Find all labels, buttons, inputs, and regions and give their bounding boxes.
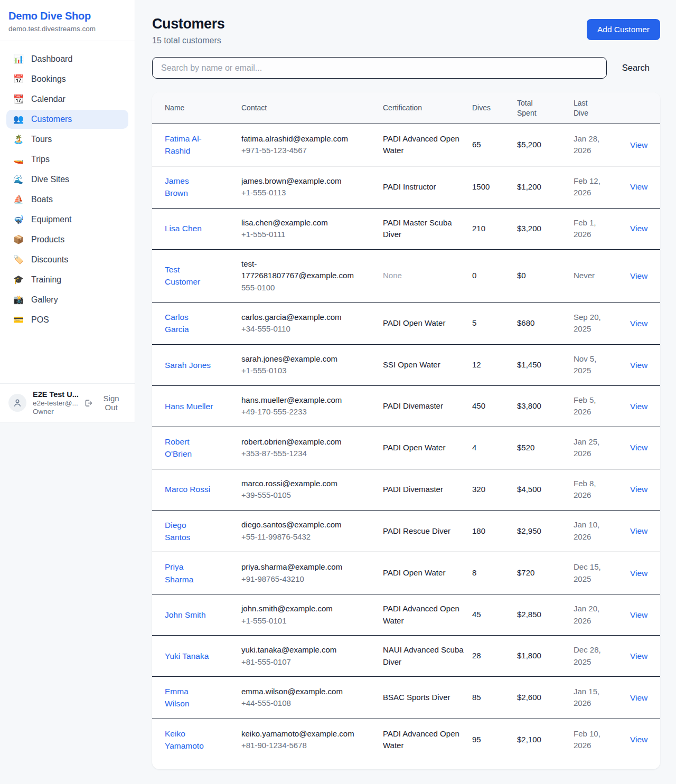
contact-cell: robert.obrien@example.com +353-87-555-12… xyxy=(241,436,362,460)
view-link[interactable]: View xyxy=(623,693,647,702)
add-customer-button[interactable]: Add Customer xyxy=(587,19,660,40)
view-link[interactable]: View xyxy=(623,735,647,744)
dives-count: 320 xyxy=(472,484,517,496)
customer-name-link[interactable]: Diego Santos xyxy=(165,519,213,544)
sidebar: Demo Dive Shop demo.test.divestreams.com… xyxy=(0,0,135,422)
customer-email: marco.rossi@example.com xyxy=(241,478,355,490)
customer-name-link[interactable]: John Smith xyxy=(165,609,206,621)
contact-cell: fatima.alrashid@example.com +971-55-123-… xyxy=(241,133,362,157)
customer-name-link[interactable]: Sarah Jones xyxy=(165,359,211,371)
table-row: Keiko Yamamoto keiko.yamamoto@example.co… xyxy=(152,719,660,761)
table-row: Lisa Chen lisa.chen@example.com +1-555-0… xyxy=(152,208,660,249)
customer-email: diego.santos@example.com xyxy=(241,519,355,531)
last-dive-date: Jan 28, 2026 xyxy=(574,133,612,157)
view-link[interactable]: View xyxy=(623,443,647,452)
tear-off-calendar-icon: 📆 xyxy=(13,95,24,103)
sidebar-item-bookings[interactable]: 📅 Bookings xyxy=(6,70,128,89)
view-link[interactable]: View xyxy=(623,361,647,370)
customer-name-link[interactable]: Lisa Chen xyxy=(165,222,202,234)
total-spent: $2,100 xyxy=(517,734,574,746)
view-link[interactable]: View xyxy=(623,182,647,191)
total-spent: $1,200 xyxy=(517,181,574,193)
customer-email: priya.sharma@example.com xyxy=(241,561,355,573)
customer-name-link[interactable]: Marco Rossi xyxy=(165,483,210,495)
dives-count: 85 xyxy=(472,692,517,704)
sidebar-item-calendar[interactable]: 📆 Calendar xyxy=(6,90,128,109)
view-link[interactable]: View xyxy=(623,224,647,233)
table-row: Test Customer test-1772681807767@example… xyxy=(152,249,660,303)
customer-phone: +971-55-123-4567 xyxy=(241,145,356,157)
table-row: Emma Wilson emma.wilson@example.com +44-… xyxy=(152,676,660,719)
contact-cell: sarah.jones@example.com +1-555-0103 xyxy=(241,353,362,377)
user-email: e2e-tester@... xyxy=(33,399,78,407)
view-link[interactable]: View xyxy=(623,271,647,280)
certification: None xyxy=(383,270,402,282)
customer-name-link[interactable]: Yuki Tanaka xyxy=(165,650,209,662)
view-link[interactable]: View xyxy=(623,485,647,494)
total-spent: $2,950 xyxy=(517,525,574,537)
total-spent: $5,200 xyxy=(517,139,574,151)
view-link[interactable]: View xyxy=(623,402,647,411)
view-link[interactable]: View xyxy=(623,569,647,578)
sidebar-item-tours[interactable]: 🏝️ Tours xyxy=(6,130,128,149)
total-spent: $3,800 xyxy=(517,400,574,412)
sidebar-item-discounts[interactable]: 🏷️ Discounts xyxy=(6,250,128,269)
last-dive-date: Jan 10, 2026 xyxy=(574,519,612,543)
customer-phone: +55-11-99876-5432 xyxy=(241,531,356,543)
customers-table: NameContactCertificationDivesTotal Spent… xyxy=(152,92,660,769)
view-link[interactable]: View xyxy=(623,610,647,619)
customer-name-link[interactable]: Fatima Al-Rashid xyxy=(165,133,213,157)
last-dive-date: Dec 15, 2025 xyxy=(574,561,612,585)
credit-card-icon: 💳 xyxy=(13,316,24,324)
customer-name-link[interactable]: Keiko Yamamoto xyxy=(165,728,213,752)
customer-name-link[interactable]: Robert O'Brien xyxy=(165,436,213,460)
certification: PADI Advanced Open Water xyxy=(383,728,467,752)
view-link[interactable]: View xyxy=(623,319,647,328)
sign-out-button[interactable]: Sign Out xyxy=(84,394,126,412)
sidebar-item-label: Dashboard xyxy=(31,54,72,64)
customer-name-link[interactable]: Hans Mueller xyxy=(165,400,213,412)
last-dive-date: Jan 25, 2026 xyxy=(574,436,612,460)
sidebar-item-gallery[interactable]: 📸 Gallery xyxy=(6,290,128,309)
total-spent: $1,450 xyxy=(517,359,574,371)
search-button[interactable]: Search xyxy=(621,60,651,76)
total-spent: $680 xyxy=(517,317,574,329)
customer-name-link[interactable]: Test Customer xyxy=(165,263,213,288)
sidebar-item-equipment[interactable]: 🤿 Equipment xyxy=(6,210,128,229)
column-header-contact: Contact xyxy=(241,103,267,112)
sidebar-item-dive-sites[interactable]: 🌊 Dive Sites xyxy=(6,170,128,189)
view-link[interactable]: View xyxy=(623,651,647,660)
certification: PADI Master Scuba Diver xyxy=(383,217,467,241)
customer-name-link[interactable]: Carlos Garcia xyxy=(165,311,213,336)
view-link[interactable]: View xyxy=(623,140,647,149)
table-row: Robert O'Brien robert.obrien@example.com… xyxy=(152,427,660,469)
customer-email: james.brown@example.com xyxy=(241,175,355,187)
customer-name-link[interactable]: Priya Sharma xyxy=(165,561,213,585)
main-content: Customers 15 total customers Add Custome… xyxy=(135,0,676,769)
sidebar-item-boats[interactable]: ⛵ Boats xyxy=(6,190,128,209)
certification: PADI Divemaster xyxy=(383,484,443,496)
certification: PADI Divemaster xyxy=(383,400,443,412)
dives-count: 450 xyxy=(472,400,517,412)
sidebar-item-customers[interactable]: 👥 Customers xyxy=(6,110,128,129)
contact-cell: marco.rossi@example.com +39-555-0105 xyxy=(241,478,362,502)
sidebar-item-pos[interactable]: 💳 POS xyxy=(6,310,128,329)
customer-email: john.smith@example.com xyxy=(241,603,355,615)
sidebar-item-products[interactable]: 📦 Products xyxy=(6,230,128,249)
sidebar-item-training[interactable]: 🎓 Training xyxy=(6,270,128,289)
customer-name-link[interactable]: Emma Wilson xyxy=(165,685,213,710)
sidebar-item-label: Trips xyxy=(31,155,50,164)
column-header-certification: Certification xyxy=(383,103,422,112)
total-spent: $1,800 xyxy=(517,650,574,662)
search-input[interactable] xyxy=(152,57,607,79)
dives-count: 12 xyxy=(472,359,517,371)
total-spent: $3,200 xyxy=(517,223,574,235)
last-dive-date: Jan 15, 2026 xyxy=(574,686,612,710)
view-link[interactable]: View xyxy=(623,526,647,535)
search-row: Search xyxy=(152,57,660,79)
customer-email: carlos.garcia@example.com xyxy=(241,311,355,324)
customer-name-link[interactable]: James Brown xyxy=(165,175,213,200)
sidebar-item-trips[interactable]: 🚤 Trips xyxy=(6,150,128,169)
sidebar-item-dashboard[interactable]: 📊 Dashboard xyxy=(6,50,128,69)
diving-mask-icon: 🤿 xyxy=(13,215,24,224)
